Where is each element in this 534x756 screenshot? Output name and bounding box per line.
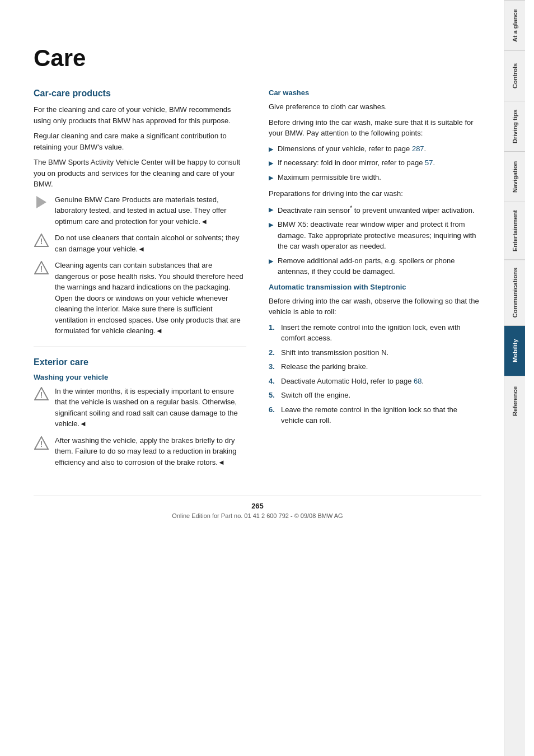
link-68[interactable]: 68 — [414, 377, 421, 385]
prep-list: ▶ Deactivate rain sensor* to prevent unw… — [269, 204, 481, 277]
washing-warning2-text: After washing the vehicle, apply the bra… — [55, 435, 246, 468]
warning-block-1: ! Do not use cleaners that contain alcoh… — [34, 232, 246, 254]
tab-navigation[interactable]: Navigation — [504, 151, 525, 202]
prep-text-2: Remove additional add-on parts, e.g. spo… — [278, 255, 481, 277]
two-col-layout: Car-care products For the cleaning and c… — [34, 88, 481, 473]
step-text-3: Release the parking brake. — [281, 361, 368, 372]
right-column: Car washes Give preference to cloth car … — [269, 88, 481, 473]
svg-text:!: ! — [40, 440, 43, 449]
play-block-text: Genuine BMW Care Products are materials … — [55, 194, 246, 227]
washing-warning-icon-1: ! — [34, 386, 49, 402]
step-text-4: Deactivate Automatic Hold, refer to page… — [281, 376, 424, 387]
step-3: 3. Release the parking brake. — [269, 361, 481, 372]
step-2: 2. Shift into transmission position N. — [269, 347, 481, 358]
tab-reference[interactable]: Reference — [504, 376, 525, 426]
step-4: 4. Deactivate Automatic Hold, refer to p… — [269, 376, 481, 387]
bullet-item-0: ▶ Dimensions of your vehicle, refer to p… — [269, 143, 481, 155]
left-column: Car-care products For the cleaning and c… — [34, 88, 246, 473]
warning2-text: Cleaning agents can contain substances t… — [55, 260, 246, 337]
tab-communications[interactable]: Communications — [504, 259, 525, 325]
step-1: 1. Insert the remote control into the ig… — [269, 322, 481, 344]
sidebar-tabs: At a glance Controls Driving tips Naviga… — [504, 0, 525, 756]
bullet-text-1: If necessary: fold in door mirror, refer… — [278, 157, 435, 169]
car-washes-heading: Car washes — [269, 88, 481, 97]
prep-text-0: Deactivate rain sensor* to prevent unwan… — [278, 204, 475, 216]
prep-text-1: BMW X5: deactivate rear window wiper and… — [278, 219, 481, 252]
svg-text:!: ! — [40, 264, 43, 273]
prep-tri-2: ▶ — [269, 256, 273, 266]
bullet-item-2: ▶ Maximum permissible tire width. — [269, 172, 481, 183]
step-text-2: Shift into transmission position N. — [281, 347, 388, 358]
step-num-4: 4. — [269, 376, 277, 387]
page-footer: 265 Online Edition for Part no. 01 41 2 … — [34, 496, 481, 519]
link-287[interactable]: 287 — [412, 144, 424, 153]
washing-warning-block-1: ! In the winter months, it is especially… — [34, 386, 246, 430]
bullet-text-0: Dimensions of your vehicle, refer to pag… — [278, 143, 426, 155]
warning-block-2: ! Cleaning agents can contain substances… — [34, 260, 246, 337]
prep-item-1: ▶ BMW X5: deactivate rear window wiper a… — [269, 219, 481, 252]
prep-tri-0: ▶ — [269, 205, 273, 214]
svg-text:!: ! — [40, 390, 43, 399]
tri-icon-2: ▶ — [269, 173, 273, 183]
play-icon-box — [34, 194, 49, 210]
car-care-intro: For the cleaning and care of your vehicl… — [34, 104, 246, 126]
tri-icon-1: ▶ — [269, 158, 273, 168]
page-number: 265 — [34, 502, 481, 510]
washing-warning-icon-2: ! — [34, 435, 49, 451]
auto-trans-intro: Before driving into the car wash, observ… — [269, 296, 481, 318]
step-text-1: Insert the remote control into the ignit… — [281, 322, 481, 344]
step-num-2: 2. — [269, 347, 277, 358]
step-num-1: 1. — [269, 322, 277, 333]
washing-heading: Washing your vehicle — [34, 373, 246, 381]
prep-tri-1: ▶ — [269, 220, 273, 230]
svg-text:!: ! — [40, 237, 43, 246]
prep-item-0: ▶ Deactivate rain sensor* to prevent unw… — [269, 204, 481, 216]
car-washes-intro: Give preference to cloth car washes. — [269, 101, 481, 113]
tab-driving-tips[interactable]: Driving tips — [504, 101, 525, 151]
tab-entertainment[interactable]: Entertainment — [504, 202, 525, 259]
warning-icon-2: ! — [34, 261, 49, 274]
washing-warn-icon-1: ! — [34, 387, 49, 400]
page-container: Care Car-care products For the cleaning … — [0, 0, 534, 756]
warning-icon-box-2: ! — [34, 260, 49, 276]
page-title: Care — [34, 45, 481, 72]
step-text-5: Switch off the engine. — [281, 390, 350, 401]
tab-controls[interactable]: Controls — [504, 50, 525, 101]
footer-text: Online Edition for Part no. 01 41 2 600 … — [172, 512, 343, 519]
step-text-6: Leave the remote control in the ignition… — [281, 404, 481, 426]
bullet-list: ▶ Dimensions of your vehicle, refer to p… — [269, 143, 481, 183]
tab-mobility[interactable]: Mobility — [504, 325, 525, 376]
car-care-para2: Regular cleaning and care make a signifi… — [34, 130, 246, 152]
step-6: 6. Leave the remote control in the ignit… — [269, 404, 481, 426]
car-washes-para: Before driving into the car wash, make s… — [269, 117, 481, 139]
washing-warn-icon-2: ! — [34, 436, 49, 450]
tab-at-a-glance[interactable]: At a glance — [504, 0, 525, 50]
warning1-text: Do not use cleaners that contain alcohol… — [55, 232, 246, 254]
bullet-text-2: Maximum permissible tire width. — [278, 172, 381, 183]
warning-icon-box-1: ! — [34, 232, 49, 248]
exterior-heading: Exterior care — [34, 357, 246, 367]
washing-warning1-text: In the winter months, it is especially i… — [55, 386, 246, 430]
step-num-5: 5. — [269, 390, 277, 401]
auto-trans-heading: Automatic transmission with Steptronic — [269, 283, 481, 291]
step-num-6: 6. — [269, 404, 277, 416]
washing-warning-block-2: ! After washing the vehicle, apply the b… — [34, 435, 246, 468]
preparations-label: Preparations for driving into the car wa… — [269, 188, 481, 199]
main-content: Care Car-care products For the cleaning … — [0, 0, 504, 756]
steps-list: 1. Insert the remote control into the ig… — [269, 322, 481, 426]
bullet-item-1: ▶ If necessary: fold in door mirror, ref… — [269, 157, 481, 169]
play-icon-block: Genuine BMW Care Products are materials … — [34, 194, 246, 227]
step-5: 5. Switch off the engine. — [269, 390, 481, 401]
tri-icon-0: ▶ — [269, 144, 273, 154]
car-care-heading: Car-care products — [34, 88, 246, 99]
play-icon — [36, 196, 46, 208]
step-num-3: 3. — [269, 361, 277, 372]
prep-item-2: ▶ Remove additional add-on parts, e.g. s… — [269, 255, 481, 277]
link-57[interactable]: 57 — [425, 158, 433, 167]
divider-1 — [34, 347, 246, 347]
car-care-para3: The BMW Sports Activity Vehicle Center w… — [34, 157, 246, 190]
warning-icon-1: ! — [34, 234, 49, 247]
